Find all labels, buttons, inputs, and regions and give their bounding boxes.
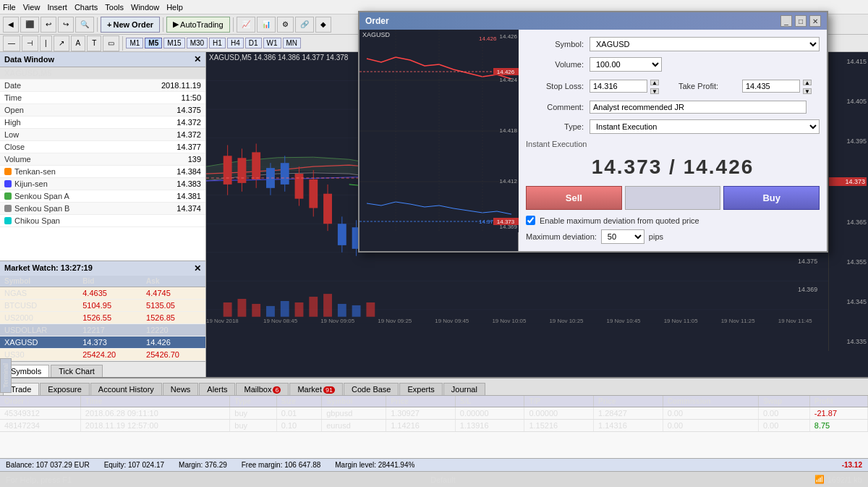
tab-account-history[interactable]: Account History [90, 383, 162, 395]
stop-loss-input[interactable] [590, 80, 647, 93]
hline-tool[interactable]: ⊣ [22, 35, 38, 51]
col-profit: Profit [809, 396, 867, 407]
svg-text:19 Nov 09:05: 19 Nov 09:05 [320, 318, 355, 324]
tf-h4[interactable]: H4 [227, 38, 244, 48]
instant-exec-label: Instant Execution [526, 140, 820, 148]
order-1-time: 2018.06.28 09:11:10 [80, 407, 229, 420]
mw-us2000-ask: 1526.85 [142, 312, 205, 324]
order-1-size: 0.01 [276, 407, 321, 420]
order-2-tp: 1.15216 [524, 420, 594, 432]
symbol-select[interactable]: XAGUSD [590, 37, 820, 51]
date-row: Date 2018.11.19 [0, 80, 205, 92]
market-watch-close[interactable]: ✕ [194, 263, 201, 274]
deviation-select[interactable]: 50 [601, 229, 644, 244]
chart-tool-5[interactable]: ◆ [315, 17, 331, 33]
buy-button[interactable]: Buy [723, 186, 820, 210]
autotrading-button[interactable]: ▶ AutoTrading [166, 17, 230, 33]
menu-view[interactable]: View [23, 3, 41, 12]
svg-text:14.426: 14.426 [500, 33, 518, 40]
menu-file[interactable]: File [3, 3, 16, 12]
take-profit-input[interactable] [742, 80, 800, 93]
col-swap: Swap [758, 396, 809, 407]
balance: Balance: 107 037.29 EUR [6, 461, 90, 469]
rect-tool[interactable]: ▭ [103, 35, 119, 51]
comment-input[interactable] [590, 101, 807, 114]
vline-tool[interactable]: | [40, 35, 52, 51]
svg-rect-65 [338, 304, 346, 317]
mw-row-ngas[interactable]: NGAS 4.4635 4.4745 [0, 287, 205, 300]
mw-usdollar-symbol: USDOLLAR [0, 324, 78, 336]
tf-m5[interactable]: M5 [145, 38, 162, 48]
menu-tools[interactable]: Tools [105, 3, 124, 12]
menu-window[interactable]: Window [131, 3, 159, 12]
text-tool[interactable]: A [71, 35, 86, 51]
modify-button[interactable] [625, 186, 721, 210]
mw-row-us30[interactable]: US30 25424.20 25426.70 [0, 349, 205, 361]
kijun-value: 14.383 [176, 179, 201, 188]
deviation-checkbox[interactable] [526, 216, 535, 225]
autotrading-icon: ▶ [173, 20, 179, 29]
line-tool[interactable]: — [3, 35, 20, 51]
tab-news[interactable]: News [163, 383, 199, 395]
arrow-tool[interactable]: ↗ [54, 35, 69, 51]
tf-m1[interactable]: M1 [126, 38, 143, 48]
tf-d1[interactable]: D1 [245, 38, 262, 48]
tab-exposure[interactable]: Exposure [40, 383, 89, 395]
mw-row-usdollar[interactable]: USDOLLAR 12217 12220 [0, 324, 205, 336]
dialog-maximize[interactable]: □ [795, 15, 807, 27]
tick-chart-tab[interactable]: Tick Chart [51, 365, 103, 377]
terminal-tab[interactable]: Terminal [0, 358, 12, 393]
tp-down[interactable]: ▼ [803, 88, 812, 94]
type-select[interactable]: Instant Execution [590, 119, 820, 134]
chart-header: XAGUSD,M5 14.386 14.386 14.377 14.378 [209, 54, 348, 62]
sl-down[interactable]: ▼ [650, 88, 659, 94]
tf-h1[interactable]: H1 [209, 38, 226, 48]
toolbar-btn-5[interactable]: 🔍 [75, 17, 94, 33]
order-row-1[interactable]: 45349312 2018.06.28 09:11:10 buy 0.01 gb… [0, 407, 868, 420]
sl-up[interactable]: ▲ [650, 80, 659, 85]
svg-text:19 Nov 11:45: 19 Nov 11:45 [778, 318, 813, 324]
menu-help[interactable]: Help [166, 3, 183, 12]
order-2-type: buy [230, 420, 277, 432]
order-row-2[interactable]: 48147234 2018.11.19 12:57:00 buy 0.10 eu… [0, 420, 868, 432]
mw-row-us2000[interactable]: US2000 1526.55 1526.85 [0, 312, 205, 324]
toolbar-btn-1[interactable]: ◀ [3, 17, 19, 33]
tp-up[interactable]: ▲ [803, 80, 812, 85]
tf-m30[interactable]: M30 [187, 38, 208, 48]
mw-btcusd-bid: 5104.95 [78, 300, 142, 312]
balance-bar: Balance: 107 037.29 EUR Equity: 107 024.… [0, 458, 868, 471]
toolbar-btn-3[interactable]: ↩ [41, 17, 56, 33]
market-badge: 91 [323, 386, 335, 394]
sell-button[interactable]: Sell [526, 186, 622, 210]
new-order-button[interactable]: + New Order [101, 17, 160, 33]
data-window-close[interactable]: ✕ [194, 54, 201, 64]
toolbar-btn-2[interactable]: ⬛ [20, 17, 39, 33]
tf-w1[interactable]: W1 [263, 38, 281, 48]
tf-m15[interactable]: M15 [163, 38, 184, 48]
dialog-close[interactable]: ✕ [809, 15, 821, 27]
menu-charts[interactable]: Charts [75, 3, 98, 12]
dialog-minimize[interactable]: _ [780, 15, 792, 27]
tab-code-base[interactable]: Code Base [344, 383, 399, 395]
mw-row-btcusd[interactable]: BTCUSD 5104.95 5135.05 [0, 300, 205, 312]
toolbar-btn-4[interactable]: ↪ [58, 17, 74, 33]
tab-mailbox[interactable]: Mailbox6 [236, 383, 289, 395]
chart-tool-3[interactable]: ⚙ [277, 17, 294, 33]
time-label: Time [4, 93, 22, 102]
mw-row-xagusd[interactable]: XAGUSD 14.373 14.426 [0, 336, 205, 349]
tab-market[interactable]: Market91 [289, 383, 343, 395]
tab-journal[interactable]: Journal [443, 383, 485, 395]
label-tool[interactable]: T [87, 35, 101, 51]
tab-alerts[interactable]: Alerts [199, 383, 235, 395]
chart-tool-1[interactable]: 📈 [237, 17, 255, 33]
tab-experts[interactable]: Experts [399, 383, 442, 395]
margin: Margin: 376.29 [179, 461, 227, 469]
chart-tool-2[interactable]: 📊 [257, 17, 276, 33]
orders-content: Order ↑ Time Type Size Symbol Price S/L … [0, 396, 868, 458]
order-1-curprice: 1.28427 [594, 407, 663, 420]
tf-mn[interactable]: MN [283, 38, 302, 48]
volume-select[interactable]: 100.00 [590, 57, 662, 72]
menu-insert[interactable]: Insert [47, 3, 67, 12]
chart-tool-4[interactable]: 🔗 [295, 17, 314, 33]
svg-text:19 Nov 09:45: 19 Nov 09:45 [435, 318, 469, 324]
